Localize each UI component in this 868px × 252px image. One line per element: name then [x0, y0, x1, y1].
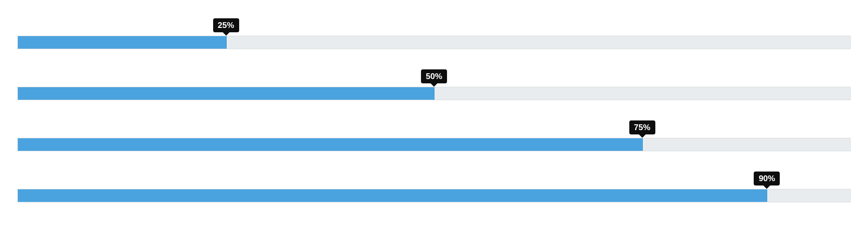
- progress-tooltip: 25%: [213, 18, 239, 32]
- progress-track: 75%: [17, 138, 851, 151]
- progress-tooltip: 75%: [629, 120, 655, 134]
- progress-fill: [18, 87, 434, 100]
- progress-bar: 25%: [17, 14, 851, 49]
- progress-fill: [18, 36, 227, 49]
- progress-track: 25%: [17, 36, 851, 49]
- progress-fill: [18, 189, 767, 202]
- progress-tooltip: 50%: [421, 69, 447, 83]
- progress-bar: 90%: [17, 168, 851, 202]
- progress-bar: 50%: [17, 66, 851, 100]
- progress-track: 50%: [17, 87, 851, 100]
- progress-fill: [18, 138, 643, 151]
- progress-bars-container: 25% 50% 75% 90%: [0, 0, 868, 252]
- progress-track: 90%: [17, 189, 851, 202]
- progress-bar: 75%: [17, 117, 851, 151]
- progress-tooltip: 90%: [754, 172, 780, 186]
